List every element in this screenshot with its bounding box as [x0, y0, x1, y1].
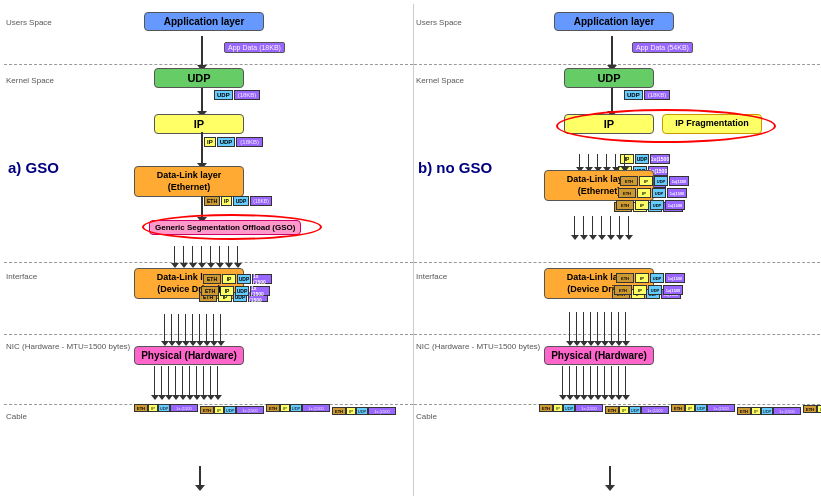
physical-box-a: Physical (Hardware): [134, 346, 244, 365]
multi-arrows-gso-a: [174, 246, 238, 264]
diagram-a: a) GSO Users Space Kernel Space Interfac…: [4, 4, 414, 496]
eth-ip-udp-label-a: ETH IP UDP (18KB): [204, 196, 272, 206]
main-container: a) GSO Users Space Kernel Space Interfac…: [0, 0, 821, 500]
dashed-interface-b: [414, 262, 821, 263]
multi-arrows-ip-dl1-b: [579, 154, 625, 168]
label-interface-a: Interface: [6, 272, 37, 281]
app-data-label-b: App Data (54KB): [632, 42, 693, 53]
udp-data-label-a: UDP (18KB): [214, 90, 260, 100]
cable-packets-a: ETH IP UDP 1x (1500 ETH IP UDP 1x (1500 …: [134, 404, 396, 415]
arrow-udp-ip-a: [201, 88, 203, 112]
label-users-space-a: Users Space: [6, 18, 52, 27]
label-kernel-space-b: Kernel Space: [416, 76, 464, 85]
seg-packets-dd-a: ETHIPUDP1x (1500 ETHIPUDP1x (1500 ETHIPU…: [199, 272, 268, 302]
label-cable-b: Cable: [416, 412, 437, 421]
udp-box-b: UDP: [564, 68, 654, 88]
arrow-udp-ip-b: [611, 88, 613, 112]
arrow-app-udp-b: [611, 36, 613, 66]
udp-box-a: UDP: [154, 68, 244, 88]
gso-red-circle-a: [142, 214, 322, 240]
arrow-ip-dl1-a: [201, 132, 203, 164]
diagram-a-title: a) GSO: [8, 159, 59, 176]
arrow-cable-bottom-a: [199, 466, 201, 486]
udp-data-label-b: UDP (18KB): [624, 90, 670, 100]
app-box-b: Application layer: [554, 12, 674, 31]
label-kernel-space-a: Kernel Space: [6, 76, 54, 85]
app-box-a: Application layer: [144, 12, 264, 31]
label-nic-a: NIC (Hardware - MTU=1500 bytes): [6, 342, 130, 351]
ip-udp-label-a: IP UDP (18KB): [204, 137, 263, 147]
app-data-label-a: App Data (18KB): [224, 42, 285, 53]
multi-arrows-cable-b: [562, 366, 626, 396]
label-cable-a: Cable: [6, 412, 27, 421]
ip-box-a: IP: [154, 114, 244, 134]
dashed-users-a: [4, 64, 413, 65]
diagram-b: b) no GSO Users Space Kernel Space Inter…: [414, 4, 821, 496]
arrow-app-udp-a: [201, 36, 203, 66]
eth-seg-packets-b: ETHIPUDP1x(1500 ETHIPUDP1x(1500 ETHIPUDP…: [614, 172, 683, 212]
cable-packets-b: ETH IP UDP 1x (1500 ETH IP UDP 1x (1500 …: [539, 404, 821, 415]
label-interface-b: Interface: [416, 272, 447, 281]
label-users-space-b: Users Space: [416, 18, 462, 27]
arrow-cable-bottom-b: [609, 466, 611, 486]
multi-arrows-dl1-dl2-b: [574, 216, 629, 236]
ip-frag-red-circle-b: [556, 109, 776, 143]
label-nic-b: NIC (Hardware - MTU=1500 bytes): [416, 342, 540, 351]
diagram-b-title: b) no GSO: [418, 159, 492, 176]
multi-arrows-phys-a: [164, 314, 221, 342]
dl-eth-box-a: Data-Link layer(Ethernet): [134, 166, 244, 197]
dashed-users-b: [414, 64, 821, 65]
seg-packets-dd-b: ETHIPUDP1x(1500 ETHIPUDP1x(1500 ETHIPUDP…: [612, 269, 681, 299]
multi-arrows-cable-a: [154, 366, 218, 396]
physical-box-b: Physical (Hardware): [544, 346, 654, 365]
multi-arrows-phys-b: [569, 312, 626, 342]
